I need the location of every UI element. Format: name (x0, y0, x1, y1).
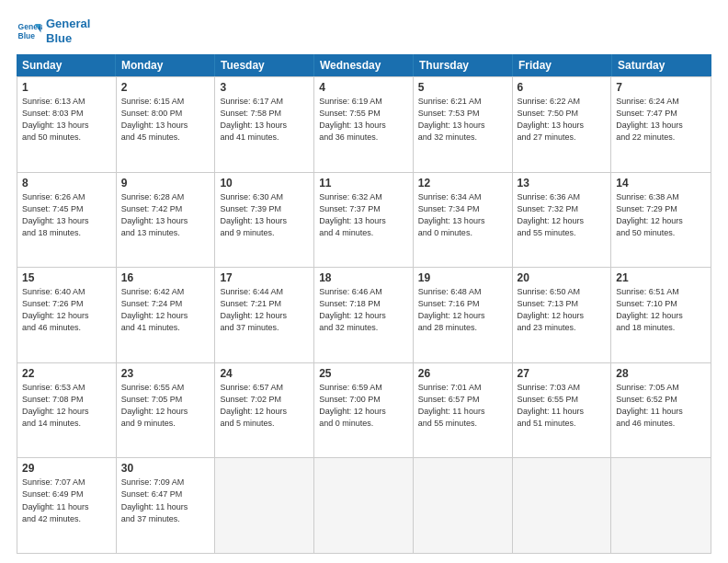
day-number: 17 (220, 271, 309, 284)
day-number: 5 (418, 81, 507, 94)
calendar-body: 1Sunrise: 6:13 AM Sunset: 8:03 PM Daylig… (17, 76, 711, 554)
day-cell-1: 1Sunrise: 6:13 AM Sunset: 8:03 PM Daylig… (17, 77, 117, 172)
header-day-thursday: Thursday (414, 54, 513, 76)
day-info: Sunrise: 6:48 AM Sunset: 7:16 PM Dayligh… (418, 286, 507, 334)
day-info: Sunrise: 6:57 AM Sunset: 7:02 PM Dayligh… (220, 382, 309, 430)
day-number: 26 (418, 367, 507, 380)
day-info: Sunrise: 6:59 AM Sunset: 7:00 PM Dayligh… (319, 382, 408, 430)
day-info: Sunrise: 6:46 AM Sunset: 7:18 PM Dayligh… (319, 286, 408, 334)
day-number: 13 (518, 177, 607, 190)
day-info: Sunrise: 6:21 AM Sunset: 7:53 PM Dayligh… (418, 96, 507, 144)
day-cell-6: 6Sunrise: 6:22 AM Sunset: 7:50 PM Daylig… (513, 77, 612, 172)
day-info: Sunrise: 6:13 AM Sunset: 8:03 PM Dayligh… (22, 96, 111, 144)
empty-cell (414, 458, 513, 553)
day-info: Sunrise: 6:19 AM Sunset: 7:55 PM Dayligh… (319, 96, 408, 144)
header-day-saturday: Saturday (612, 54, 711, 76)
day-cell-21: 21Sunrise: 6:51 AM Sunset: 7:10 PM Dayli… (611, 268, 711, 362)
day-info: Sunrise: 6:22 AM Sunset: 7:50 PM Dayligh… (518, 96, 607, 144)
week-row-5: 29Sunrise: 7:07 AM Sunset: 6:49 PM Dayli… (17, 457, 711, 553)
day-cell-2: 2Sunrise: 6:15 AM Sunset: 8:00 PM Daylig… (117, 77, 216, 172)
empty-cell (513, 458, 612, 553)
day-cell-29: 29Sunrise: 7:07 AM Sunset: 6:49 PM Dayli… (17, 458, 117, 553)
day-info: Sunrise: 6:26 AM Sunset: 7:45 PM Dayligh… (22, 191, 111, 239)
day-cell-25: 25Sunrise: 6:59 AM Sunset: 7:00 PM Dayli… (314, 363, 414, 458)
day-number: 12 (418, 177, 507, 190)
day-info: Sunrise: 6:44 AM Sunset: 7:21 PM Dayligh… (220, 286, 309, 334)
day-cell-27: 27Sunrise: 7:03 AM Sunset: 6:55 PM Dayli… (513, 363, 612, 458)
day-cell-5: 5Sunrise: 6:21 AM Sunset: 7:53 PM Daylig… (414, 77, 513, 172)
day-number: 7 (616, 81, 706, 94)
day-number: 27 (518, 367, 607, 380)
day-info: Sunrise: 6:53 AM Sunset: 7:08 PM Dayligh… (22, 382, 111, 430)
week-row-1: 1Sunrise: 6:13 AM Sunset: 8:03 PM Daylig… (17, 76, 711, 172)
day-cell-4: 4Sunrise: 6:19 AM Sunset: 7:55 PM Daylig… (314, 77, 414, 172)
day-cell-12: 12Sunrise: 6:34 AM Sunset: 7:34 PM Dayli… (414, 173, 513, 268)
header-day-friday: Friday (513, 54, 612, 76)
day-info: Sunrise: 6:34 AM Sunset: 7:34 PM Dayligh… (418, 191, 507, 239)
calendar: SundayMondayTuesdayWednesdayThursdayFrid… (17, 54, 711, 554)
day-cell-13: 13Sunrise: 6:36 AM Sunset: 7:32 PM Dayli… (513, 173, 612, 268)
day-info: Sunrise: 6:50 AM Sunset: 7:13 PM Dayligh… (518, 286, 607, 334)
logo: General Blue General Blue (17, 17, 90, 45)
day-number: 4 (319, 81, 408, 94)
day-info: Sunrise: 6:38 AM Sunset: 7:29 PM Dayligh… (616, 191, 706, 239)
day-number: 15 (22, 271, 111, 284)
week-row-3: 15Sunrise: 6:40 AM Sunset: 7:26 PM Dayli… (17, 267, 711, 362)
day-number: 28 (616, 367, 706, 380)
day-number: 21 (616, 271, 706, 284)
day-info: Sunrise: 6:15 AM Sunset: 8:00 PM Dayligh… (121, 96, 210, 144)
day-info: Sunrise: 7:07 AM Sunset: 6:49 PM Dayligh… (22, 477, 111, 524)
day-info: Sunrise: 6:24 AM Sunset: 7:47 PM Dayligh… (616, 96, 706, 144)
day-cell-14: 14Sunrise: 6:38 AM Sunset: 7:29 PM Dayli… (611, 173, 711, 268)
day-info: Sunrise: 7:05 AM Sunset: 6:52 PM Dayligh… (616, 382, 706, 430)
day-cell-22: 22Sunrise: 6:53 AM Sunset: 7:08 PM Dayli… (17, 363, 117, 458)
day-cell-26: 26Sunrise: 7:01 AM Sunset: 6:57 PM Dayli… (414, 363, 513, 458)
header-day-sunday: Sunday (17, 54, 116, 76)
day-number: 18 (319, 271, 408, 284)
day-info: Sunrise: 6:40 AM Sunset: 7:26 PM Dayligh… (22, 286, 111, 334)
logo-text: General Blue (46, 17, 90, 45)
day-cell-17: 17Sunrise: 6:44 AM Sunset: 7:21 PM Dayli… (215, 268, 314, 362)
day-cell-24: 24Sunrise: 6:57 AM Sunset: 7:02 PM Dayli… (215, 363, 314, 458)
day-number: 29 (22, 462, 111, 475)
day-info: Sunrise: 7:01 AM Sunset: 6:57 PM Dayligh… (418, 382, 507, 430)
day-number: 1 (22, 81, 111, 94)
day-cell-28: 28Sunrise: 7:05 AM Sunset: 6:52 PM Dayli… (611, 363, 711, 458)
day-cell-19: 19Sunrise: 6:48 AM Sunset: 7:16 PM Dayli… (414, 268, 513, 362)
day-number: 16 (121, 271, 210, 284)
day-cell-16: 16Sunrise: 6:42 AM Sunset: 7:24 PM Dayli… (117, 268, 216, 362)
day-number: 10 (220, 177, 309, 190)
day-info: Sunrise: 6:51 AM Sunset: 7:10 PM Dayligh… (616, 286, 706, 334)
day-cell-15: 15Sunrise: 6:40 AM Sunset: 7:26 PM Dayli… (17, 268, 117, 362)
header-day-wednesday: Wednesday (314, 54, 414, 76)
empty-cell (215, 458, 314, 553)
day-number: 20 (518, 271, 607, 284)
day-cell-8: 8Sunrise: 6:26 AM Sunset: 7:45 PM Daylig… (17, 173, 117, 268)
empty-cell (314, 458, 414, 553)
day-number: 2 (121, 81, 210, 94)
day-cell-11: 11Sunrise: 6:32 AM Sunset: 7:37 PM Dayli… (314, 173, 414, 268)
day-number: 6 (518, 81, 607, 94)
day-cell-10: 10Sunrise: 6:30 AM Sunset: 7:39 PM Dayli… (215, 173, 314, 268)
day-cell-20: 20Sunrise: 6:50 AM Sunset: 7:13 PM Dayli… (513, 268, 612, 362)
day-number: 24 (220, 367, 309, 380)
day-number: 11 (319, 177, 408, 190)
day-number: 19 (418, 271, 507, 284)
day-number: 22 (22, 367, 111, 380)
day-cell-7: 7Sunrise: 6:24 AM Sunset: 7:47 PM Daylig… (611, 77, 711, 172)
day-info: Sunrise: 7:09 AM Sunset: 6:47 PM Dayligh… (121, 477, 210, 524)
week-row-4: 22Sunrise: 6:53 AM Sunset: 7:08 PM Dayli… (17, 362, 711, 458)
logo-icon: General Blue (17, 18, 42, 44)
day-info: Sunrise: 6:36 AM Sunset: 7:32 PM Dayligh… (518, 191, 607, 239)
day-number: 23 (121, 367, 210, 380)
day-cell-30: 30Sunrise: 7:09 AM Sunset: 6:47 PM Dayli… (117, 458, 216, 553)
day-number: 3 (220, 81, 309, 94)
week-row-2: 8Sunrise: 6:26 AM Sunset: 7:45 PM Daylig… (17, 172, 711, 268)
day-cell-18: 18Sunrise: 6:46 AM Sunset: 7:18 PM Dayli… (314, 268, 414, 362)
day-cell-3: 3Sunrise: 6:17 AM Sunset: 7:58 PM Daylig… (215, 77, 314, 172)
day-info: Sunrise: 6:28 AM Sunset: 7:42 PM Dayligh… (121, 191, 210, 239)
day-number: 30 (121, 462, 210, 475)
header-day-tuesday: Tuesday (215, 54, 314, 76)
day-info: Sunrise: 6:17 AM Sunset: 7:58 PM Dayligh… (220, 96, 309, 144)
day-cell-9: 9Sunrise: 6:28 AM Sunset: 7:42 PM Daylig… (117, 173, 216, 268)
